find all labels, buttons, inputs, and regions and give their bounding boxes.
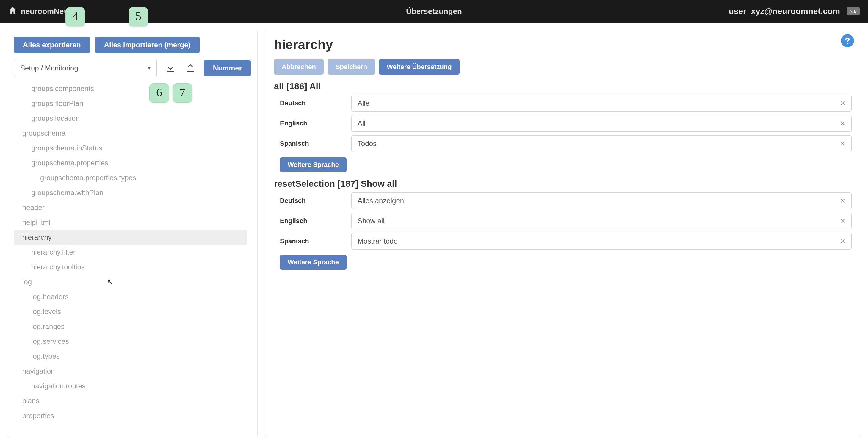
tree-item[interactable]: hierarchy.tooltips <box>14 260 247 275</box>
number-button[interactable]: Nummer <box>204 60 251 76</box>
tree-item[interactable]: hierarchy <box>14 230 247 245</box>
tree-item[interactable]: groupschema.inStatus <box>14 141 247 156</box>
translation-row: Spanisch× <box>274 233 851 250</box>
brand-label: neuroomNet <box>21 7 66 16</box>
translation-input-wrap: × <box>351 95 851 112</box>
clear-icon[interactable]: × <box>838 98 847 108</box>
clear-icon[interactable]: × <box>838 119 847 128</box>
clear-icon[interactable]: × <box>838 216 847 226</box>
tree-item[interactable]: properties <box>14 408 247 423</box>
tree-item[interactable]: log.types <box>14 349 247 364</box>
language-label: Englisch <box>274 120 351 127</box>
translation-input[interactable] <box>351 115 851 132</box>
more-translations-button[interactable]: Weitere Übersetzung <box>379 59 459 75</box>
export-all-button[interactable]: Alles exportieren <box>14 37 90 53</box>
left-toolbar: Setup / Monitoring ▾ Nummer <box>14 59 251 77</box>
tree-item[interactable]: groupschema.withPlan <box>14 185 247 200</box>
translation-input[interactable] <box>351 95 851 112</box>
translation-input[interactable] <box>351 233 851 250</box>
tree-item[interactable]: log.services <box>14 334 247 349</box>
translation-input-wrap: × <box>351 115 851 132</box>
clear-icon[interactable]: × <box>838 196 847 205</box>
page-title: Übersetzungen <box>406 7 462 16</box>
home-icon <box>8 6 17 17</box>
right-panel: ? hierarchy Abbrechen Speichern Weitere … <box>265 30 861 437</box>
section-heading: all [186] All <box>274 81 851 91</box>
detail-actions: Abbrechen Speichern Weitere Übersetzung <box>274 59 851 75</box>
translation-input-wrap: × <box>351 233 851 250</box>
nav-tree-wrap: groups.componentsgroups.floorPlangroups.… <box>14 81 251 433</box>
translation-input[interactable] <box>351 192 851 209</box>
language-label: Spanisch <box>274 237 351 245</box>
detail-title: hierarchy <box>274 37 851 52</box>
tree-item[interactable]: groupschema.properties <box>14 156 247 170</box>
import-all-button[interactable]: Alles importieren (merge) <box>95 37 199 53</box>
chevron-down-icon: ▾ <box>148 65 151 71</box>
left-panel: Alles exportieren Alles importieren (mer… <box>7 30 258 437</box>
translation-input-wrap: × <box>351 135 851 152</box>
help-icon[interactable]: ? <box>841 34 854 47</box>
export-import-row: Alles exportieren Alles importieren (mer… <box>14 37 251 53</box>
download-icon[interactable] <box>164 61 177 75</box>
tree-item[interactable]: log.levels <box>14 304 247 319</box>
translation-row: Englisch× <box>274 115 851 132</box>
clear-icon[interactable]: × <box>838 236 847 246</box>
tree-item[interactable]: log.ranges <box>14 319 247 334</box>
topbar: neuroomNet Übersetzungen user_xyz@neuroo… <box>0 0 868 23</box>
tree-item[interactable]: groups.location <box>14 111 247 126</box>
language-label: Englisch <box>274 217 351 225</box>
section-heading: resetSelection [187] Show all <box>274 179 851 189</box>
tree-item[interactable]: groupschema.properties.types <box>14 170 247 185</box>
tree-item[interactable]: groupschema <box>14 126 247 141</box>
add-language-button[interactable]: Weitere Sprache <box>280 255 346 270</box>
translation-input-wrap: × <box>351 213 851 229</box>
translation-row: Englisch× <box>274 213 851 229</box>
context-dropdown[interactable]: Setup / Monitoring ▾ <box>14 59 157 77</box>
cancel-button[interactable]: Abbrechen <box>274 59 323 75</box>
translation-row: Deutsch× <box>274 95 851 112</box>
clear-icon[interactable]: × <box>838 139 847 149</box>
translation-input[interactable] <box>351 135 851 152</box>
add-language-button[interactable]: Weitere Sprache <box>280 157 346 172</box>
tree-item[interactable]: groups.components <box>14 81 247 96</box>
tree-item[interactable]: hierarchy.filter <box>14 245 247 260</box>
translation-row: Deutsch× <box>274 192 851 209</box>
upload-icon[interactable] <box>184 61 197 75</box>
tree-item[interactable]: groups.floorPlan <box>14 96 247 111</box>
translation-input-wrap: × <box>351 192 851 209</box>
translation-row: Spanisch× <box>274 135 851 152</box>
dropdown-value: Setup / Monitoring <box>20 64 78 72</box>
save-button[interactable]: Speichern <box>328 59 375 75</box>
tree-item[interactable]: plans <box>14 393 247 408</box>
brand[interactable]: neuroomNet <box>8 6 66 17</box>
user-email[interactable]: user_xyz@neuroomnet.com <box>729 6 840 16</box>
tree-item[interactable]: navigation.routes <box>14 379 247 393</box>
translation-sections: all [186] AllDeutsch×Englisch×Spanisch×W… <box>274 81 851 270</box>
language-label: Deutsch <box>274 197 351 204</box>
language-label: Deutsch <box>274 99 351 107</box>
tree-item[interactable]: header <box>14 200 247 215</box>
language-label: Spanisch <box>274 140 351 148</box>
tree-item[interactable]: helpHtml <box>14 215 247 230</box>
user-area: user_xyz@neuroomnet.com A/B <box>729 6 860 16</box>
translation-input[interactable] <box>351 213 851 229</box>
lang-badge[interactable]: A/B <box>846 7 860 15</box>
tree-item[interactable]: log <box>14 275 247 289</box>
workspace: Alles exportieren Alles importieren (mer… <box>0 23 868 444</box>
nav-tree[interactable]: groups.componentsgroups.floorPlangroups.… <box>14 81 251 433</box>
tree-item[interactable]: navigation <box>14 364 247 379</box>
tree-item[interactable]: log.headers <box>14 289 247 304</box>
